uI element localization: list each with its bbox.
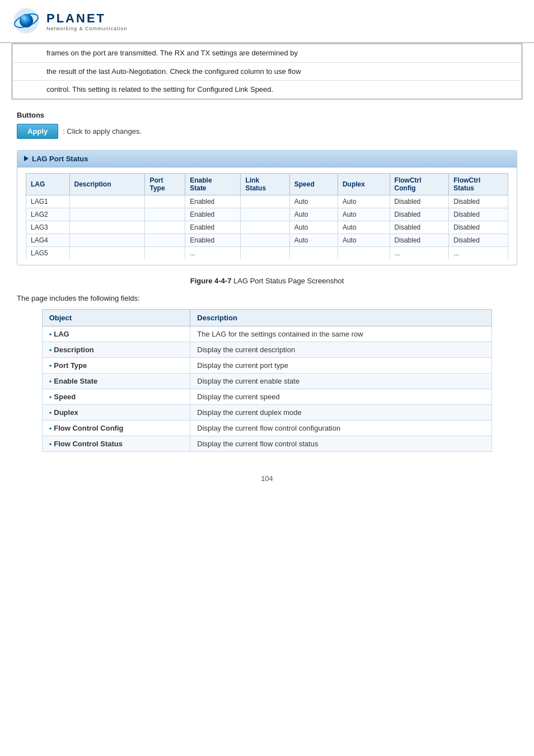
bullet-icon: • (49, 346, 52, 354)
lag-table-row: LAG3EnabledAutoAutoDisabledDisabled (26, 221, 508, 234)
object-label: Port Type (54, 361, 87, 370)
logo: PLANET Networking & Communication (11, 6, 128, 36)
button-row: Apply : Click to apply changes. (17, 124, 517, 139)
lag-table-cell (241, 234, 289, 246)
collapse-icon[interactable] (24, 156, 29, 161)
lag-panel-title: LAG Port Status (32, 155, 88, 163)
lag-table-cell: ... (449, 246, 508, 259)
lag-table-cell: Auto (289, 195, 338, 208)
bullet-icon: • (49, 361, 52, 370)
lag-table-cell (241, 221, 289, 234)
lag-table-cell: Enabled (185, 208, 241, 221)
lag-table-cell (69, 221, 145, 234)
fields-table-row: •DuplexDisplay the current duplex mode (42, 404, 492, 420)
lag-table-cell: Disabled (449, 208, 508, 221)
col-description: Description (69, 173, 145, 195)
lag-table-row: LAG2EnabledAutoAutoDisabledDisabled (26, 208, 508, 221)
fields-col-object: Object (42, 309, 190, 326)
col-flowctrl-config: FlowCtrlConfig (390, 173, 449, 195)
fields-desc-cell: The LAG for the settings contained in th… (190, 326, 492, 342)
fields-object-cell: •Description (42, 342, 190, 357)
fields-table-row: •DescriptionDisplay the current descript… (42, 342, 492, 357)
fields-table-row: •Port TypeDisplay the current port type (42, 357, 492, 373)
logo-text: PLANET Networking & Communication (46, 11, 128, 31)
figure-caption: Figure 4-4-7 LAG Port Status Page Screen… (17, 277, 517, 285)
fields-desc-cell: Display the current speed (190, 389, 492, 404)
top-note-row-3: control. This setting is related to the … (13, 81, 521, 100)
fields-object-cell: •Speed (42, 389, 190, 404)
lag-table-cell (69, 246, 145, 259)
lag-table-cell: Disabled (449, 195, 508, 208)
fields-object-cell: •LAG (42, 326, 190, 342)
fields-table-header: Object Description (42, 309, 492, 326)
fields-table-row: •Flow Control StatusDisplay the current … (42, 436, 492, 451)
bullet-icon: • (49, 440, 52, 448)
fields-desc-cell: Display the current port type (190, 357, 492, 373)
lag-table-cell: Disabled (390, 208, 449, 221)
object-label: Flow Control Status (54, 440, 123, 448)
object-label: Enable State (54, 377, 97, 385)
fields-object-cell: •Port Type (42, 357, 190, 373)
buttons-title: Buttons (17, 111, 517, 119)
fields-table-row: •Enable StateDisplay the current enable … (42, 373, 492, 389)
apply-button[interactable]: Apply (17, 124, 58, 139)
col-enable-state: EnableState (185, 173, 241, 195)
lag-port-status-panel: LAG Port Status LAG Description PortType… (17, 150, 517, 265)
lag-table-cell: Auto (338, 208, 390, 221)
lag-table-cell (241, 246, 289, 259)
fields-object-cell: •Flow Control Config (42, 420, 190, 436)
page-header: PLANET Networking & Communication (0, 0, 534, 43)
bullet-icon: • (49, 330, 52, 338)
svg-point-4 (21, 15, 26, 20)
lag-table-cell (289, 246, 338, 259)
col-lag: LAG (26, 173, 70, 195)
lag-panel-header: LAG Port Status (17, 151, 517, 167)
figure-caption-text: LAG Port Status Page Screenshot (231, 277, 344, 285)
fields-desc-cell: Display the current flow control configu… (190, 420, 492, 436)
fields-col-description: Description (190, 309, 492, 326)
lag-table-cell (145, 221, 185, 234)
lag-table-row: LAG5......... (26, 246, 508, 259)
col-port-type: PortType (145, 173, 185, 195)
lag-table-cell: Auto (338, 195, 390, 208)
lag-table-cell (145, 195, 185, 208)
lag-table-cell (338, 246, 390, 259)
object-label: Description (54, 346, 94, 354)
lag-table-cell (145, 234, 185, 246)
fields-table: Object Description •LAGThe LAG for the s… (42, 309, 493, 452)
lag-table-cell: LAG2 (26, 208, 70, 221)
lag-table-cell: Disabled (449, 221, 508, 234)
col-flowctrl-status: FlowCtrlStatus (449, 173, 508, 195)
main-content: Buttons Apply : Click to apply changes. … (0, 100, 534, 463)
figure-caption-bold: Figure 4-4-7 (190, 277, 232, 285)
col-speed: Speed (289, 173, 338, 195)
object-label: Duplex (54, 408, 78, 417)
top-note-row-2: the result of the last Auto-Negotiation.… (13, 63, 521, 81)
top-note-section: frames on the port are transmitted. The … (11, 43, 523, 100)
lag-table-cell: LAG4 (26, 234, 70, 246)
fields-desc-cell: Display the current duplex mode (190, 404, 492, 420)
page-description: The page includes the following fields: (17, 294, 517, 302)
object-label: LAG (54, 330, 69, 338)
lag-table-wrapper: LAG Description PortType EnableState Lin… (17, 167, 517, 265)
fields-desc-cell: Display the current flow control status (190, 436, 492, 451)
lag-table-cell (241, 195, 289, 208)
fields-table-row: •Flow Control ConfigDisplay the current … (42, 420, 492, 436)
apply-button-desc: : Click to apply changes. (63, 127, 142, 136)
object-label: Speed (54, 393, 76, 401)
lag-table-cell: Disabled (390, 221, 449, 234)
svg-point-3 (20, 14, 33, 27)
col-link-status: LinkStatus (241, 173, 289, 195)
top-note-row-1: frames on the port are transmitted. The … (13, 43, 521, 63)
lag-table-cell: ... (390, 246, 449, 259)
lag-table-cell: LAG1 (26, 195, 70, 208)
bullet-icon: • (49, 377, 52, 385)
lag-table-cell: Enabled (185, 195, 241, 208)
lag-table-cell: ... (185, 246, 241, 259)
fields-desc-cell: Display the current description (190, 342, 492, 357)
lag-table-cell (145, 246, 185, 259)
lag-table-cell: LAG3 (26, 221, 70, 234)
object-label: Flow Control Config (54, 424, 123, 432)
planet-logo-icon (11, 6, 42, 36)
fields-object-cell: •Duplex (42, 404, 190, 420)
